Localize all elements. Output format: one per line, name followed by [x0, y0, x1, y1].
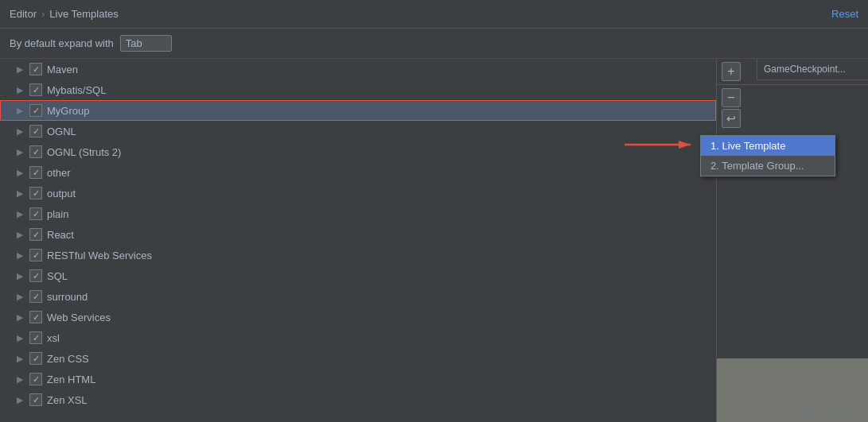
list-item-mygroup[interactable]: ▶MyGroup — [0, 100, 716, 121]
dropdown-menu: 1. Live Template 2. Template Group... — [700, 135, 835, 176]
remove-button[interactable]: − — [722, 88, 741, 107]
breadcrumb-separator: › — [41, 8, 45, 20]
item-label: Maven — [47, 64, 78, 75]
expand-bar: By default expand with Tab Enter Space — [0, 29, 868, 59]
arrow-indicator — [621, 129, 700, 163]
item-label: Zen CSS — [47, 353, 89, 365]
chevron-icon: ▶ — [17, 168, 28, 178]
list-item-other[interactable]: ▶other — [0, 162, 716, 183]
template-list: ▶Maven▶Mybatis/SQL▶MyGroup▶OGNL▶OGNL (St… — [0, 59, 716, 410]
template-list-panel: ▶Maven▶Mybatis/SQL▶MyGroup▶OGNL▶OGNL (St… — [0, 59, 716, 422]
item-label: React — [47, 229, 74, 241]
game-checkpoint-tab: GameCheckpoint... — [757, 59, 868, 80]
list-item-surround[interactable]: ▶surround — [0, 286, 716, 307]
item-label: output — [47, 188, 76, 199]
list-item-mybatis-sql[interactable]: ▶Mybatis/SQL — [0, 79, 716, 100]
checkbox-icon[interactable] — [29, 228, 42, 241]
chevron-icon: ▶ — [17, 374, 28, 385]
item-label: OGNL — [47, 126, 76, 137]
list-item-react[interactable]: ▶React — [0, 224, 716, 245]
undo-button[interactable]: ↩ — [722, 109, 741, 128]
checkbox-icon[interactable] — [29, 207, 42, 220]
checkbox-icon[interactable] — [29, 63, 42, 75]
list-item-maven[interactable]: ▶Maven — [0, 59, 716, 79]
item-label: xsl — [47, 332, 60, 344]
chevron-icon: ▶ — [17, 250, 28, 261]
checkbox-icon[interactable] — [29, 352, 42, 365]
item-label: OGNL (Struts 2) — [47, 146, 121, 158]
live-template-label: 1. Live Template — [710, 140, 785, 152]
chevron-icon: ▶ — [17, 333, 28, 343]
chevron-icon: ▶ — [17, 292, 28, 302]
checkbox-icon[interactable] — [29, 249, 42, 261]
checkbox-icon[interactable] — [29, 145, 42, 158]
item-label: surround — [47, 291, 88, 303]
checkbox-icon[interactable] — [29, 125, 42, 137]
item-label: RESTful Web Services — [47, 250, 152, 261]
chevron-icon: ▶ — [17, 126, 28, 137]
chevron-icon: ▶ — [17, 188, 28, 199]
list-item-zen-xsl[interactable]: ▶Zen XSL — [0, 389, 716, 410]
list-item-restful-web-services[interactable]: ▶RESTful Web Services — [0, 245, 716, 265]
list-item-ognl[interactable]: ▶OGNL — [0, 121, 716, 141]
checkbox-icon[interactable] — [29, 393, 42, 406]
header: Editor › Live Templates Reset — [0, 0, 868, 29]
list-item-zen-css[interactable]: ▶Zen CSS — [0, 348, 716, 369]
chevron-icon: ▶ — [17, 354, 28, 364]
list-item-output[interactable]: ▶output — [0, 183, 716, 203]
template-group-label: 2. Template Group... — [710, 160, 804, 172]
chevron-icon: ▶ — [17, 106, 28, 116]
chevron-icon: ▶ — [17, 147, 28, 157]
list-item-plain[interactable]: ▶plain — [0, 203, 716, 224]
chevron-icon: ▶ — [17, 85, 28, 95]
list-item-zen-html[interactable]: ▶Zen HTML — [0, 369, 716, 389]
list-item-ognl-struts2[interactable]: ▶OGNL (Struts 2) — [0, 141, 716, 162]
chevron-icon: ▶ — [17, 64, 28, 75]
breadcrumb-current: Live Templates — [49, 8, 118, 20]
main-content: ▶Maven▶Mybatis/SQL▶MyGroup▶OGNL▶OGNL (St… — [0, 59, 868, 422]
reset-button[interactable]: Reset — [831, 8, 858, 20]
list-item-xsl[interactable]: ▶xsl — [0, 327, 716, 348]
dropdown-item-template-group[interactable]: 2. Template Group... — [701, 156, 835, 176]
right-panel: + − ↩ — [716, 59, 868, 422]
chevron-icon: ▶ — [17, 230, 28, 240]
item-label: other — [47, 167, 71, 179]
expand-with-select[interactable]: Tab Enter Space — [120, 35, 172, 52]
checkbox-icon[interactable] — [29, 187, 42, 199]
expand-label: By default expand with — [10, 37, 114, 49]
chevron-icon: ▶ — [17, 395, 28, 405]
watermark: CSDN @%ANY% — [788, 408, 865, 420]
item-label: plain — [47, 208, 68, 220]
checkbox-icon[interactable] — [29, 311, 42, 323]
list-item-sql[interactable]: ▶SQL — [0, 265, 716, 286]
checkbox-icon[interactable] — [29, 290, 42, 303]
chevron-icon: ▶ — [17, 312, 28, 323]
item-label: Web Services — [47, 312, 111, 323]
item-label: Mybatis/SQL — [47, 84, 106, 96]
breadcrumb-editor: Editor — [10, 8, 37, 20]
item-label: Zen HTML — [47, 374, 95, 385]
breadcrumb: Editor › Live Templates — [10, 8, 119, 20]
checkbox-icon[interactable] — [29, 331, 42, 344]
list-item-web-services[interactable]: ▶Web Services — [0, 307, 716, 327]
item-label: MyGroup — [47, 105, 89, 117]
chevron-icon: ▶ — [17, 209, 28, 219]
dropdown-item-live-template[interactable]: 1. Live Template — [701, 136, 835, 156]
item-label: Zen XSL — [47, 394, 88, 406]
checkbox-icon[interactable] — [29, 269, 42, 282]
item-label: SQL — [47, 270, 68, 282]
side-actions: − ↩ — [717, 85, 868, 131]
add-button[interactable]: + — [722, 62, 741, 81]
chevron-icon: ▶ — [17, 271, 28, 281]
checkbox-icon[interactable] — [29, 104, 42, 117]
checkbox-icon[interactable] — [29, 166, 42, 179]
checkbox-icon[interactable] — [29, 373, 42, 385]
checkbox-icon[interactable] — [29, 83, 42, 96]
